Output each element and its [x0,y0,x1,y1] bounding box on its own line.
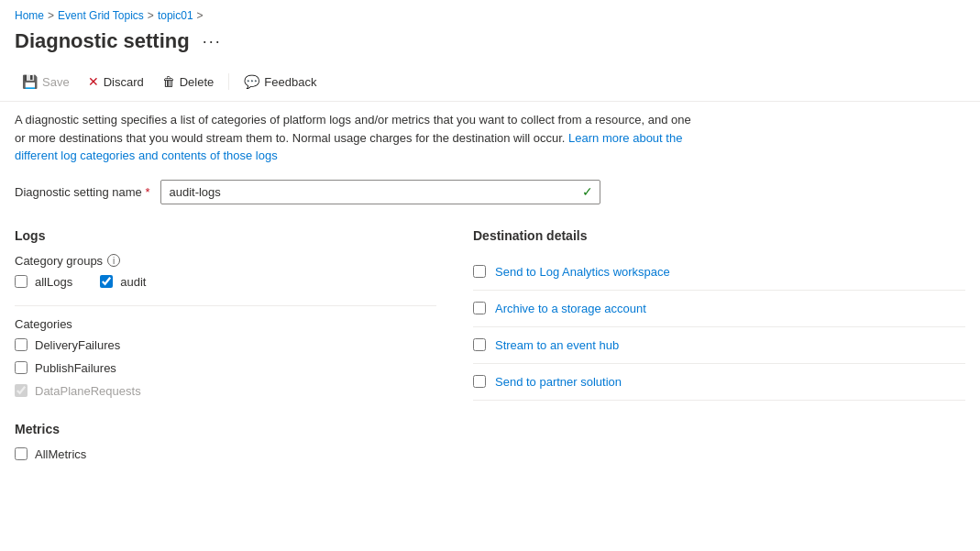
ellipsis-button[interactable]: ··· [199,30,226,53]
dest-storage-account: Archive to a storage account [473,291,965,327]
categories-section: Categories DeliveryFailures PublishFailu… [15,317,436,398]
event-hub-checkbox[interactable] [473,338,486,351]
diagnostic-name-field: Diagnostic setting name * ✓ [15,180,965,204]
publish-failures-label[interactable]: PublishFailures [35,361,116,375]
breadcrumb-topic01[interactable]: topic01 [158,9,193,22]
all-logs-row: allLogs [15,275,72,289]
logs-divider [15,305,436,306]
partner-solution-checkbox[interactable] [473,375,486,388]
main-content: Logs Category groups i allLogs audit Cat… [0,228,980,407]
all-metrics-label[interactable]: AllMetrics [35,447,86,461]
breadcrumb-event-grid-topics[interactable]: Event Grid Topics [58,9,144,22]
breadcrumb-sep2: > [148,9,154,22]
storage-account-label[interactable]: Archive to a storage account [495,302,646,315]
category-groups-row: allLogs audit [15,275,436,298]
all-logs-label[interactable]: allLogs [35,275,72,289]
dest-event-hub: Stream to an event hub [473,327,965,364]
audit-checkbox[interactable] [100,275,113,288]
delivery-failures-checkbox[interactable] [15,338,28,351]
metrics-section-title: Metrics [15,422,965,436]
log-analytics-checkbox[interactable] [473,265,486,278]
publish-failures-row: PublishFailures [15,361,436,375]
data-plane-requests-row: DataPlaneRequests [15,384,436,398]
dest-log-analytics: Send to Log Analytics workspace [473,254,965,291]
storage-account-checkbox[interactable] [473,302,486,314]
feedback-label: Feedback [264,75,316,89]
all-logs-checkbox[interactable] [15,275,28,288]
logs-panel: Logs Category groups i allLogs audit Cat… [15,228,436,407]
publish-failures-checkbox[interactable] [15,361,28,374]
category-groups-info-icon[interactable]: i [107,254,120,267]
categories-title: Categories [15,317,436,331]
breadcrumb-sep3: > [197,9,204,22]
destination-section-title: Destination details [473,228,965,243]
destination-panel: Destination details Send to Log Analytic… [473,228,965,407]
diagnostic-name-label: Diagnostic setting name * [15,185,149,199]
log-analytics-label[interactable]: Send to Log Analytics workspace [495,265,670,279]
discard-icon: ✕ [88,74,99,89]
toolbar: 💾 Save ✕ Discard 🗑 Delete 💬 Feedback [0,64,980,102]
dest-partner-solution: Send to partner solution [473,364,965,401]
delete-button[interactable]: 🗑 Delete [155,70,222,94]
save-label: Save [42,75,70,89]
breadcrumb: Home > Event Grid Topics > topic01 > [0,0,980,26]
discard-button[interactable]: ✕ Discard [81,70,151,94]
audit-row: audit [100,275,146,289]
audit-label[interactable]: audit [120,275,146,289]
event-hub-label[interactable]: Stream to an event hub [495,338,619,352]
partner-solution-label[interactable]: Send to partner solution [495,375,622,389]
save-button[interactable]: 💾 Save [15,70,77,94]
delete-label: Delete [180,75,215,89]
toolbar-separator [228,73,229,90]
data-plane-requests-checkbox [15,384,28,397]
diagnostic-name-input-wrapper: ✓ [160,180,600,204]
form-section: Diagnostic setting name * ✓ [0,171,980,228]
required-marker: * [145,185,149,199]
all-metrics-checkbox[interactable] [15,447,28,460]
delete-icon: 🗑 [162,74,175,89]
page-header: Diagnostic setting ··· [0,26,980,64]
data-plane-requests-label: DataPlaneRequests [35,384,141,398]
feedback-icon: 💬 [244,74,259,89]
category-groups-title: Category groups i [15,254,436,268]
breadcrumb-home[interactable]: Home [15,9,44,22]
info-bar: A diagnostic setting specifies a list of… [0,102,715,171]
diagnostic-name-input[interactable] [160,180,600,204]
feedback-button[interactable]: 💬 Feedback [237,70,324,94]
all-metrics-row: AllMetrics [15,447,965,461]
metrics-section: Metrics AllMetrics [0,407,980,485]
logs-section-title: Logs [15,228,436,243]
delivery-failures-row: DeliveryFailures [15,338,436,352]
save-icon: 💾 [22,74,38,89]
discard-label: Discard [104,75,144,89]
page-title: Diagnostic setting [15,29,190,53]
input-check-icon: ✓ [582,184,593,199]
breadcrumb-sep1: > [48,9,54,22]
delivery-failures-label[interactable]: DeliveryFailures [35,338,120,352]
